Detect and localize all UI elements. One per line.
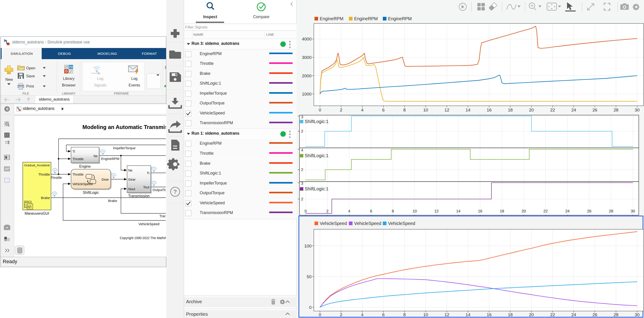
- svg-text:EngineRPM: EngineRPM: [388, 16, 412, 21]
- svg-text:16: 16: [487, 312, 492, 317]
- svg-text:VehicleSpeed: VehicleSpeed: [354, 221, 381, 226]
- svg-text:Brake: Brake: [41, 196, 50, 200]
- svg-text:0: 0: [319, 312, 321, 317]
- svg-text:18: 18: [508, 312, 512, 317]
- svg-text:3: 3: [301, 181, 303, 186]
- svg-text:22: 22: [550, 108, 555, 112]
- svg-text:2000: 2000: [302, 73, 312, 78]
- svg-text:Throttle: Throttle: [72, 173, 84, 176]
- svg-text:2: 2: [301, 129, 303, 134]
- svg-text:6: 6: [370, 209, 372, 213]
- svg-text:24: 24: [571, 108, 576, 112]
- svg-text:ImpellerTorque: ImpellerTorque: [113, 146, 136, 150]
- svg-text:Gear: Gear: [102, 178, 109, 181]
- svg-text:2: 2: [340, 312, 342, 317]
- svg-text:28: 28: [614, 108, 618, 112]
- svg-text:0: 0: [309, 305, 312, 310]
- svg-text:Ti: Ti: [72, 150, 75, 153]
- svg-text:14: 14: [456, 209, 460, 213]
- svg-text:12: 12: [434, 209, 438, 213]
- svg-text:ShiftLogic:1: ShiftLogic:1: [305, 119, 328, 124]
- svg-text:3000: 3000: [302, 55, 312, 60]
- svg-text:Throttle: Throttle: [50, 176, 62, 179]
- svg-text:12: 12: [444, 108, 449, 112]
- svg-text:4: 4: [361, 312, 364, 317]
- svg-text:Gradual_Accelerat: Gradual_Accelerat: [24, 164, 50, 167]
- svg-text:4000: 4000: [302, 37, 312, 41]
- svg-text:20: 20: [529, 312, 534, 317]
- svg-text:22: 22: [543, 209, 548, 213]
- svg-text:VehicleSpeed: VehicleSpeed: [72, 182, 93, 186]
- svg-text:0: 0: [304, 209, 306, 213]
- svg-text:ShiftLogic:1: ShiftLogic:1: [305, 153, 328, 158]
- svg-text:Nout: Nout: [128, 187, 135, 191]
- svg-text:2: 2: [301, 197, 303, 201]
- svg-text:VehicleSpeed: VehicleSpeed: [138, 222, 160, 226]
- svg-text:Brake: Brake: [108, 199, 117, 203]
- svg-text:26: 26: [592, 108, 597, 112]
- svg-text:4: 4: [361, 108, 364, 112]
- svg-text:Ne: Ne: [93, 154, 98, 158]
- svg-text:Copyright 1990-2022 The MathW: Copyright 1990-2022 The MathW: [120, 236, 166, 240]
- svg-text:24: 24: [571, 312, 576, 317]
- svg-text:EngineRPM: EngineRPM: [354, 16, 378, 21]
- svg-text:20: 20: [522, 209, 526, 213]
- svg-text:6: 6: [382, 312, 384, 317]
- svg-text:VehicleSpeed: VehicleSpeed: [320, 221, 347, 226]
- svg-text:ShiftLogic:1: ShiftLogic:1: [305, 186, 328, 191]
- svg-text:Tran: Tran: [160, 214, 166, 218]
- svg-text:EngineRPM: EngineRPM: [101, 157, 119, 161]
- svg-text:?: ?: [173, 188, 177, 195]
- svg-text:6: 6: [382, 108, 384, 112]
- svg-text:EngineRPM: EngineRPM: [320, 16, 344, 21]
- svg-text:3: 3: [301, 115, 303, 119]
- svg-text:28: 28: [614, 312, 618, 317]
- svg-text:16: 16: [478, 209, 482, 213]
- svg-text:26: 26: [592, 312, 597, 317]
- svg-text:2: 2: [326, 209, 328, 213]
- svg-text:Throttle: Throttle: [72, 157, 84, 161]
- svg-text:100: 100: [304, 244, 312, 248]
- svg-text:26: 26: [587, 209, 592, 213]
- svg-text:VehicleSpeed: VehicleSpeed: [388, 221, 415, 226]
- svg-text:Ne: Ne: [128, 169, 132, 172]
- svg-text:2: 2: [301, 168, 303, 172]
- svg-text:12: 12: [444, 312, 449, 317]
- svg-text:10: 10: [413, 209, 417, 213]
- svg-text:20: 20: [529, 108, 534, 112]
- svg-text:ShiftLogic: ShiftLogic: [83, 191, 99, 195]
- svg-text:Tout: Tout: [143, 185, 150, 189]
- svg-text:Throttle: Throttle: [38, 172, 50, 176]
- svg-text:14: 14: [466, 108, 470, 112]
- svg-text:2: 2: [340, 108, 342, 112]
- svg-text:22: 22: [550, 312, 555, 317]
- svg-text:14: 14: [466, 312, 470, 317]
- svg-text:1000: 1000: [302, 92, 312, 96]
- svg-text:8: 8: [403, 312, 406, 317]
- svg-text:18: 18: [500, 209, 504, 213]
- svg-text:Ti: Ti: [147, 171, 150, 175]
- svg-text:Transmission: Transmission: [128, 194, 150, 198]
- svg-text:28: 28: [609, 209, 613, 213]
- svg-text:4: 4: [348, 209, 350, 213]
- svg-text:ManeuversGUI: ManeuversGUI: [24, 212, 49, 215]
- svg-text:Modeling an Automatic Transmis: Modeling an Automatic Transmission Contr…: [82, 124, 166, 130]
- svg-text:Gear: Gear: [128, 178, 136, 181]
- svg-text:OutputTor: OutputTor: [152, 188, 166, 192]
- svg-text:30: 30: [631, 209, 635, 213]
- svg-text:8: 8: [392, 209, 394, 213]
- svg-text:0: 0: [319, 108, 321, 112]
- svg-text:18: 18: [508, 108, 512, 112]
- svg-text:30: 30: [635, 108, 640, 112]
- svg-text:Engine: Engine: [79, 164, 91, 168]
- svg-text:10: 10: [423, 312, 428, 317]
- svg-text:10: 10: [423, 108, 428, 112]
- svg-text:4: 4: [301, 148, 303, 152]
- svg-text:50: 50: [307, 274, 312, 279]
- svg-text:24: 24: [565, 209, 570, 213]
- svg-text:30: 30: [635, 312, 640, 317]
- svg-text:8: 8: [403, 108, 406, 112]
- svg-text:16: 16: [487, 108, 492, 112]
